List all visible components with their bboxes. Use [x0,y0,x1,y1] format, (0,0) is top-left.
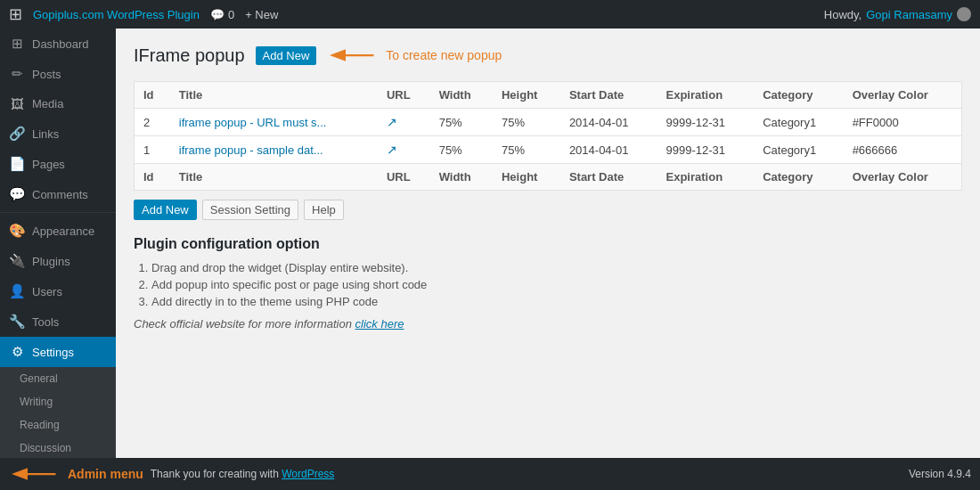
table-header-row: Id Title URL Width Height Start Date Exp… [135,82,962,109]
footer-arrow-icon [9,463,62,485]
sidebar-item-reading[interactable]: Reading [0,413,116,437]
col-overlay-color: Overlay Color [844,82,962,109]
foot-col-height: Height [493,164,560,191]
sidebar-item-media[interactable]: 🖼 Media [0,89,116,118]
cell-id: 1 [135,136,170,164]
cell-width: 75% [430,109,493,136]
sidebar-item-dashboard[interactable]: ⊞ Dashboard [0,29,116,59]
cell-category: Category1 [754,109,843,136]
list-item: Add directly in to the theme using PHP c… [151,295,962,308]
foot-col-title: Title [170,164,378,191]
foot-col-expiration: Expiration [657,164,755,191]
list-item: Add popup into specific post or page usi… [151,278,962,291]
iframe-popup-table: Id Title URL Width Height Start Date Exp… [134,81,962,191]
cell-expiration: 9999-12-31 [657,109,755,136]
sidebar-item-settings[interactable]: ⚙ Settings [0,337,116,367]
col-height: Height [493,82,560,109]
plugin-config-section: Plugin configuration option Drag and dro… [134,236,962,331]
page-title-row: IFrame popup Add New To create new popup [134,42,962,69]
links-icon: 🔗 [9,126,25,142]
foot-col-url: URL [378,164,430,191]
col-start-date: Start Date [560,82,657,109]
users-icon: 👤 [9,283,25,299]
cell-category: Category1 [754,136,843,164]
settings-sub-menu: General Writing Reading Discussion Media… [0,367,116,458]
posts-icon: ✏ [9,66,25,82]
foot-col-category: Category [754,164,843,191]
sidebar-item-writing[interactable]: Writing [0,390,116,413]
comments-menu[interactable]: 💬 0 [210,8,234,21]
avatar[interactable] [957,7,971,21]
col-id: Id [135,82,170,109]
add-new-bottom-button[interactable]: Add New [134,200,197,220]
sidebar-item-users[interactable]: 👤 Users [0,276,116,306]
sidebar-divider-1 [0,212,116,213]
dashboard-icon: ⊞ [9,36,25,52]
wp-logo-icon: ⊞ [9,4,22,24]
sidebar-item-plugins[interactable]: 🔌 Plugins [0,246,116,276]
cell-height: 75% [493,109,560,136]
col-width: Width [430,82,493,109]
plugins-icon: 🔌 [9,253,25,269]
site-name[interactable]: Gopiplus.com WordPress Plugin [33,8,200,21]
sidebar: ⊞ Dashboard ✏ Posts 🖼 Media 🔗 Links 📄 Pa… [0,29,116,458]
cell-title[interactable]: iframe popup - sample dat... [170,136,378,164]
foot-col-id: Id [135,164,170,191]
table-footer-row: Id Title URL Width Height Start Date Exp… [135,164,962,191]
comments-nav-icon: 💬 [9,186,25,202]
media-icon: 🖼 [9,96,25,111]
foot-col-overlay-color: Overlay Color [844,164,962,191]
cell-start-date: 2014-04-01 [560,109,657,136]
cell-url[interactable]: ↗ [378,136,430,164]
sidebar-item-appearance[interactable]: 🎨 Appearance [0,216,116,246]
admin-menu-label: Admin menu [68,467,143,481]
col-category: Category [754,82,843,109]
foot-col-start-date: Start Date [560,164,657,191]
pages-icon: 📄 [9,156,25,172]
wordpress-link[interactable]: WordPress [282,468,334,480]
col-title: Title [170,82,378,109]
session-setting-button[interactable]: Session Setting [202,200,298,220]
create-popup-annotation: To create new popup [327,42,502,69]
sidebar-item-pages[interactable]: 📄 Pages [0,149,116,179]
main-layout: ⊞ Dashboard ✏ Posts 🖼 Media 🔗 Links 📄 Pa… [0,29,980,458]
sidebar-item-tools[interactable]: 🔧 Tools [0,306,116,337]
col-url: URL [378,82,430,109]
check-official-text: Check official website for more informat… [134,317,962,331]
appearance-icon: 🎨 [9,223,25,239]
sidebar-item-links[interactable]: 🔗 Links [0,118,116,149]
cell-overlay-color: #FF0000 [844,109,962,136]
add-new-button[interactable]: Add New [256,46,317,65]
sidebar-item-general[interactable]: General [0,367,116,390]
cell-title[interactable]: iframe popup - URL must s... [170,109,378,136]
sidebar-item-comments[interactable]: 💬 Comments [0,179,116,209]
footer-thank-you: Thank you for creating with WordPress [151,468,335,480]
sidebar-item-discussion[interactable]: Discussion [0,437,116,458]
cell-url[interactable]: ↗ [378,109,430,136]
plugin-config-title: Plugin configuration option [134,236,962,252]
cell-width: 75% [430,136,493,164]
howdy-text: Howdy, [824,8,862,21]
admin-bar-right: Howdy, Gopi Ramasamy [824,7,971,21]
admin-bar: ⊞ Gopiplus.com WordPress Plugin 💬 0 + Ne… [0,0,980,29]
cell-expiration: 9999-12-31 [657,136,755,164]
cell-start-date: 2014-04-01 [560,136,657,164]
sidebar-item-posts[interactable]: ✏ Posts [0,59,116,89]
table-row: 1 iframe popup - sample dat... ↗ 75% 75%… [135,136,962,164]
cell-height: 75% [493,136,560,164]
list-item: Drag and drop the widget (Display entire… [151,261,962,274]
footer-arrow-annotation: Admin menu [9,463,143,485]
comments-icon: 💬 [210,8,225,21]
arrow-right-icon [327,42,380,69]
user-name[interactable]: Gopi Ramasamy [866,8,952,21]
version-text: Version 4.9.4 [909,468,971,480]
new-menu[interactable]: + New [245,8,278,21]
click-here-link[interactable]: click here [355,317,404,331]
cell-overlay-color: #666666 [844,136,962,164]
footer-left: Admin menu Thank you for creating with W… [9,463,334,485]
page-title: IFrame popup [134,45,245,66]
settings-icon: ⚙ [9,344,25,360]
help-button[interactable]: Help [304,200,344,220]
footer: Admin menu Thank you for creating with W… [0,458,980,490]
bottom-buttons: Add New Session Setting Help [134,200,962,220]
